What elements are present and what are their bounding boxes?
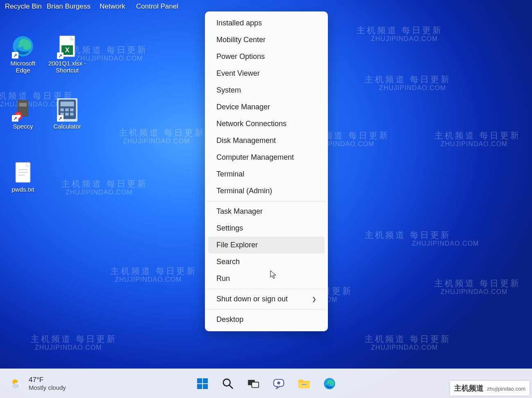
desktop-icon-control-panel[interactable]: Control Panel: [136, 2, 178, 11]
task-view-icon: [247, 378, 259, 390]
watermark: 主机频道 每日更新: [61, 178, 148, 190]
svg-rect-11: [60, 108, 64, 111]
menu-item-device-manager[interactable]: Device Manager: [208, 99, 325, 115]
desktop-icon-network[interactable]: Network: [100, 2, 125, 11]
menu-item-mobility-center[interactable]: Mobility Center: [208, 32, 325, 48]
start-button[interactable]: [196, 377, 209, 391]
menu-item-search[interactable]: Search: [208, 253, 325, 270]
svg-rect-31: [252, 382, 259, 387]
taskbar-task-view-button[interactable]: [246, 377, 260, 391]
search-icon: [222, 378, 234, 390]
taskbar-chat-button[interactable]: [272, 377, 286, 391]
menu-item-label: Run: [216, 274, 230, 283]
svg-rect-13: [70, 108, 73, 111]
svg-rect-26: [197, 384, 202, 389]
watermark: 主机频道 每日更新: [434, 130, 521, 141]
menu-item-disk-management[interactable]: Disk Management: [208, 132, 325, 149]
svg-rect-25: [203, 378, 208, 383]
menu-item-label: Settings: [216, 224, 243, 233]
menu-item-label: System: [216, 86, 241, 95]
menu-item-terminal-admin[interactable]: Terminal (Admin): [208, 183, 325, 199]
weather-temperature: 47°F: [29, 376, 66, 384]
menu-item-terminal[interactable]: Terminal: [208, 166, 325, 183]
watermark: 主机频道 每日更新: [31, 333, 117, 345]
menu-item-label: Terminal: [216, 170, 244, 179]
menu-item-label: Event Viewer: [216, 69, 260, 78]
taskbar-edge-button[interactable]: [323, 377, 336, 391]
taskbar-center-icons: [196, 377, 336, 391]
desktop-icon-label: pwds.txt: [2, 186, 43, 193]
desktop[interactable]: 主机频道 每日更新 ZHUJIPINDAO.COM 主机频道 每日更新 ZHUJ…: [0, 0, 532, 398]
menu-item-settings[interactable]: Settings: [208, 220, 325, 237]
svg-line-29: [230, 385, 233, 388]
desktop-icon-excel-shortcut[interactable]: X ↗ 2001Q1.xlsx - Shortcut: [47, 35, 88, 74]
menu-separator: [207, 309, 326, 310]
menu-item-label: Search: [216, 258, 240, 266]
text-file-icon: [14, 161, 32, 183]
chevron-right-icon: ❯: [312, 296, 316, 302]
watermark: 主机频道 每日更新: [357, 25, 443, 36]
taskbar-weather-widget[interactable]: 47°F Mostly cloudy: [10, 376, 66, 391]
watermark: 主机频道 每日更新: [365, 229, 451, 241]
desktop-icon-recycle-bin[interactable]: Recycle Bin: [5, 2, 42, 11]
menu-item-computer-management[interactable]: Computer Management: [208, 149, 325, 166]
desktop-icon-label: Calculator: [47, 123, 88, 130]
menu-item-event-viewer[interactable]: Event Viewer: [208, 65, 325, 82]
weather-condition: Mostly cloudy: [29, 384, 66, 391]
svg-point-23: [12, 384, 19, 388]
svg-rect-24: [197, 378, 202, 383]
menu-item-power-options[interactable]: Power Options: [208, 48, 325, 65]
svg-rect-15: [65, 113, 68, 115]
winx-context-menu: Installed appsMobility CenterPower Optio…: [205, 11, 328, 331]
menu-item-label: Shut down or sign out: [216, 295, 288, 303]
watermark: ZHUJIPINDAO.COM: [379, 84, 446, 92]
watermark: ZHUJIPINDAO.COM: [441, 288, 507, 296]
menu-item-label: Task Manager: [216, 207, 263, 216]
desktop-icon-user-folder[interactable]: Brian Burgess: [47, 2, 91, 11]
watermark: ZHUJIPINDAO.COM: [35, 344, 102, 351]
chat-icon: [273, 378, 285, 390]
watermark: ZHUJIPINDAO.COM: [412, 240, 479, 247]
menu-item-label: Terminal (Admin): [216, 187, 272, 195]
menu-separator: [207, 201, 326, 201]
watermark: 主机频道 每日更新: [434, 278, 521, 289]
edge-icon: [323, 378, 336, 390]
menu-item-label: Desktop: [216, 315, 243, 324]
menu-item-label: Installed apps: [216, 19, 262, 27]
menu-item-shut-down-or-sign-out[interactable]: Shut down or sign out❯: [208, 291, 325, 308]
desktop-icon-label: 2001Q1.xlsx - Shortcut: [47, 60, 88, 74]
menu-item-desktop[interactable]: Desktop: [208, 311, 325, 328]
menu-item-task-manager[interactable]: Task Manager: [208, 203, 325, 220]
svg-point-33: [277, 381, 280, 384]
watermark-overlay-en: zhujipindao.com: [487, 386, 525, 392]
svg-rect-12: [65, 108, 68, 111]
watermark: ZHUJIPINDAO.COM: [371, 344, 438, 351]
desktop-icon-edge[interactable]: ↗ Microsoft Edge: [2, 35, 43, 74]
menu-item-installed-apps[interactable]: Installed apps: [208, 15, 325, 32]
watermark: 主机频道 每日更新: [119, 127, 205, 138]
desktop-icon-pwds-txt[interactable]: pwds.txt: [2, 161, 43, 193]
shortcut-arrow-icon: ↗: [12, 52, 18, 59]
desktop-icon-speccy[interactable]: ↗ Speccy: [2, 98, 43, 130]
menu-item-label: Disk Management: [216, 136, 276, 145]
windows-logo-icon: [196, 378, 209, 390]
svg-rect-27: [203, 384, 208, 389]
watermark-overlay: 主机频道 zhujipindao.com: [450, 381, 530, 396]
watermark: ZHUJIPINDAO.COM: [123, 138, 190, 145]
menu-item-run[interactable]: Run: [208, 270, 325, 287]
shortcut-arrow-icon: ↗: [12, 115, 18, 122]
svg-rect-35: [302, 384, 306, 384]
shortcut-arrow-icon: ↗: [57, 52, 64, 59]
watermark: ZHUJIPINDAO.COM: [115, 276, 182, 283]
menu-item-file-explorer[interactable]: File Explorer: [208, 237, 325, 253]
desktop-icon-calculator[interactable]: ↗ Calculator: [47, 98, 88, 130]
svg-rect-16: [70, 113, 73, 115]
menu-item-network-connections[interactable]: Network Connections: [208, 115, 325, 132]
menu-item-label: Power Options: [216, 52, 265, 61]
taskbar-search-button[interactable]: [221, 377, 235, 391]
watermark-overlay-cn: 主机频道: [454, 383, 484, 393]
menu-item-system[interactable]: System: [208, 82, 325, 99]
watermark: ZHUJIPINDAO.COM: [441, 140, 507, 148]
taskbar-file-explorer-button[interactable]: [297, 377, 311, 391]
menu-item-label: Device Manager: [216, 103, 270, 111]
